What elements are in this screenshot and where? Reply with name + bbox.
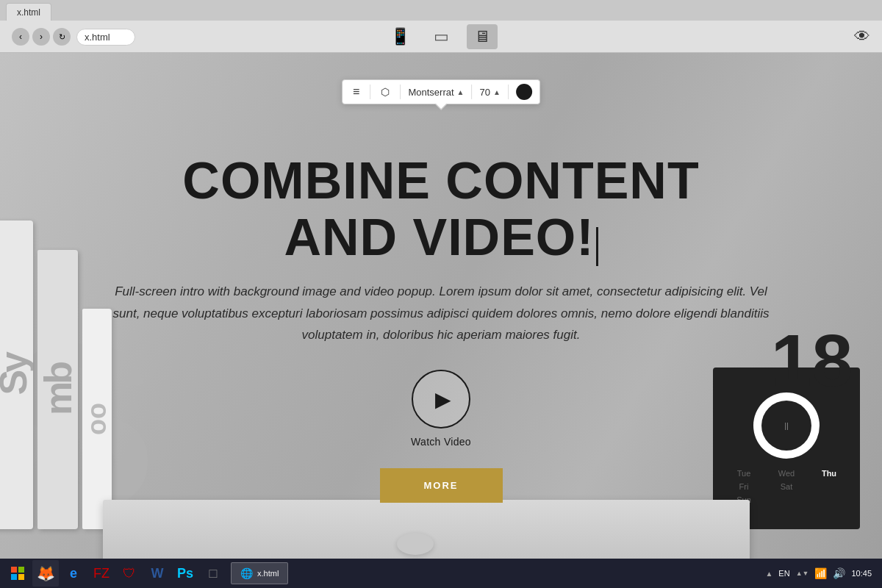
book-2: mb [37,250,78,529]
clock-time: 10:45 [851,569,872,578]
taskbar: 🦊 e FZ 🛡 W Ps □ 🌐 x.html ▲ EN ▲▼ 📶 🔊 10:… [0,559,882,588]
clock-day-empty [810,482,848,491]
desktop-icon[interactable]: 🖥 [467,24,498,49]
svg-rect-2 [11,574,17,580]
hero-subtitle: Full-screen intro with background image … [110,281,772,346]
play-icon: ▶ [435,387,451,412]
volume-icon: 🔊 [833,567,845,579]
taskbar-firefox[interactable]: 🦊 [32,560,59,587]
hero-title-line2: and VIDEO! [284,209,598,266]
clock-day-thu: Thu [810,469,848,478]
antivirus-icon: 🛡 [123,566,136,581]
preview-eye-icon[interactable]: 👁 [854,27,870,46]
taskbar-antivirus[interactable]: 🛡 [116,560,143,587]
taskbar-word[interactable]: W [144,560,171,587]
watch-video-button[interactable]: ▶ [412,370,470,429]
tray-arrow-up[interactable]: ▲ [765,570,772,578]
watch-video-label: Watch Video [411,436,471,448]
laptop-mouse [397,533,434,555]
browser-tab[interactable]: x.html [6,3,51,21]
tray-lang-arrows: ▲▼ [796,570,809,577]
size-caret-icon: ▲ [493,88,501,96]
tablet-icon[interactable]: ▭ [428,24,455,49]
color-swatch[interactable] [516,84,532,100]
mobile-icon[interactable]: 📱 [384,24,416,49]
taskbar-other[interactable]: □ [200,560,226,587]
more-button[interactable]: MORE [380,468,503,503]
taskbar-photoshop[interactable]: Ps [172,560,198,587]
forward-button[interactable]: › [32,28,50,46]
photoshop-icon: Ps [177,566,193,581]
refresh-button[interactable]: ↻ [53,28,71,46]
active-window-icon: 🌐 [240,567,253,579]
align-button[interactable]: ≡ [350,84,362,100]
font-size-selector[interactable]: 70 ▲ [480,87,501,98]
ie-icon: e [70,566,77,581]
toolbar-separator-4 [508,85,509,99]
hero-title-line1: COMBINE CONTENT [182,152,699,209]
toolbar-separator-3 [472,85,473,99]
font-selector[interactable]: Montserrat ▲ [408,87,464,98]
active-window-label: x.html [257,569,279,578]
back-button[interactable]: ‹ [12,28,29,46]
font-caret-icon: ▲ [457,88,465,96]
taskbar-ie[interactable]: e [60,560,87,587]
windows-logo-icon [11,567,24,580]
network-icon: 📶 [814,567,827,579]
browser-filename: x.html [76,29,135,46]
book-1-text: Sy [0,354,32,395]
tab-title: x.html [17,7,40,18]
browser-chrome: x.html ‹ › ↻ x.html 📱 ▭ 🖥 👁 [0,0,882,53]
hero-content: COMBINE CONTENT and VIDEO! Full-screen i… [74,153,808,503]
toolbar-arrow-inner [435,103,447,109]
firefox-icon: 🦊 [37,564,55,582]
hero-section: Sy mb oo S 18 || Tue Wed Thu Fri Sat [0,53,882,588]
book-2-text: mb [39,364,77,415]
tray-lang: EN [778,569,789,578]
book-1: Sy [0,220,33,529]
svg-rect-1 [18,567,24,573]
word-icon: W [151,566,164,581]
taskbar-filezilla[interactable]: FZ [88,560,115,587]
device-icons: 📱 ▭ 🖥 [384,24,498,49]
font-name: Montserrat [408,87,453,98]
taskbar-active-window[interactable]: 🌐 x.html [231,562,288,584]
floating-toolbar: ≡ ⬡ Montserrat ▲ 70 ▲ [342,79,540,104]
other-icon: □ [209,566,218,581]
link-button[interactable]: ⬡ [378,85,392,99]
text-cursor [596,227,598,266]
font-size: 70 [480,87,490,98]
toolbar-separator-2 [400,85,401,99]
system-tray: ▲ EN ▲▼ 📶 🔊 10:45 [765,567,878,579]
browser-tab-bar: x.html [0,0,882,21]
start-button[interactable] [4,560,31,587]
toolbar-separator-1 [370,85,370,99]
filezilla-icon: FZ [93,566,110,581]
video-section: ▶ Watch Video [74,370,808,448]
svg-rect-3 [18,574,24,580]
svg-rect-0 [11,567,17,573]
hero-title: COMBINE CONTENT and VIDEO! [74,153,808,266]
address-bar-row: ‹ › ↻ x.html 📱 ▭ 🖥 👁 [0,21,882,53]
